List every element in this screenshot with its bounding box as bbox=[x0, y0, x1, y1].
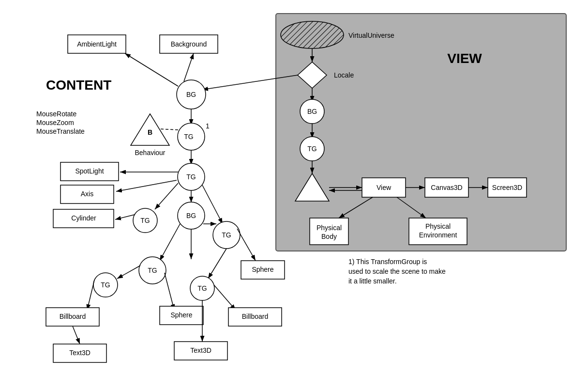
svg-line-15 bbox=[184, 53, 194, 81]
locale-label: Locale bbox=[334, 71, 354, 79]
view-label: VIEW bbox=[447, 51, 482, 66]
svg-line-28 bbox=[208, 249, 226, 279]
svg-line-20 bbox=[116, 180, 177, 191]
svg-line-22 bbox=[155, 183, 178, 209]
tg1-footnote: 1 bbox=[206, 122, 210, 130]
physical-body-label2: Body bbox=[321, 233, 337, 240]
svg-line-32 bbox=[73, 326, 80, 344]
mouse-rotate-label: MouseRotate bbox=[36, 110, 76, 118]
footnote-line2: used to scale the scene to make bbox=[348, 267, 446, 275]
svg-line-29 bbox=[117, 266, 140, 279]
footnote-line1: 1) This TransformGroup is bbox=[348, 258, 427, 266]
tg-billboard1-label: TG bbox=[101, 281, 110, 289]
tg-left-label: TG bbox=[148, 266, 157, 274]
ambient-light-label: AmbientLight bbox=[77, 40, 117, 48]
sphere2-label: Sphere bbox=[170, 311, 192, 319]
virtual-universe-shape bbox=[281, 21, 344, 48]
behaviour-b-label: B bbox=[148, 128, 152, 136]
diagram: VIEW CONTENT VirtualUniverse Locale BG T… bbox=[0, 0, 588, 376]
svg-line-33 bbox=[214, 285, 236, 310]
physical-body-label: Physical bbox=[317, 224, 342, 232]
svg-line-14 bbox=[125, 53, 178, 86]
tg-cyl-label: TG bbox=[140, 217, 150, 224]
spotlight-label: SpotLight bbox=[75, 167, 104, 175]
bg-view-label: BG bbox=[307, 108, 317, 115]
physical-env-label: Physical bbox=[425, 222, 451, 230]
tg1-label: TG bbox=[184, 133, 193, 141]
text3d1-label: Text3D bbox=[69, 349, 90, 357]
sphere1-label: Sphere bbox=[252, 266, 273, 273]
svg-line-27 bbox=[237, 229, 256, 261]
behaviour-label: Behaviour bbox=[135, 149, 165, 157]
view-panel bbox=[276, 14, 566, 251]
svg-line-23 bbox=[202, 185, 223, 224]
mouse-zoom-label: MouseZoom bbox=[36, 119, 74, 126]
canvas3d-label: Canvas3D bbox=[431, 184, 462, 191]
billboard2-label: Billboard bbox=[242, 313, 268, 320]
physical-env-label2: Environment bbox=[419, 231, 457, 239]
virtual-universe-label: VirtualUniverse bbox=[348, 31, 394, 39]
view-rect-label: View bbox=[377, 184, 392, 191]
tg-billboard2-label: TG bbox=[197, 284, 207, 292]
text3d2-label: Text3D bbox=[190, 346, 211, 354]
bg-sub-label: BG bbox=[186, 212, 196, 219]
footnote-line3: it a little smaller. bbox=[348, 277, 397, 285]
tg-main-label: TG bbox=[186, 173, 196, 181]
mouse-translate-label: MouseTranslate bbox=[36, 127, 85, 135]
svg-line-30 bbox=[165, 273, 174, 310]
svg-line-31 bbox=[87, 280, 94, 310]
billboard1-label: Billboard bbox=[60, 313, 86, 320]
tg-view-label: TG bbox=[307, 145, 317, 153]
svg-line-25 bbox=[160, 224, 180, 261]
content-label: CONTENT bbox=[46, 78, 111, 93]
background-label: Background bbox=[171, 40, 207, 48]
bg-main-label: BG bbox=[186, 91, 196, 98]
svg-line-24 bbox=[115, 215, 135, 219]
tg-right-label: TG bbox=[222, 231, 231, 239]
screen3d-label: Screen3D bbox=[492, 184, 522, 191]
cylinder-label: Cylinder bbox=[71, 214, 96, 222]
axis-label: Axis bbox=[81, 190, 93, 198]
